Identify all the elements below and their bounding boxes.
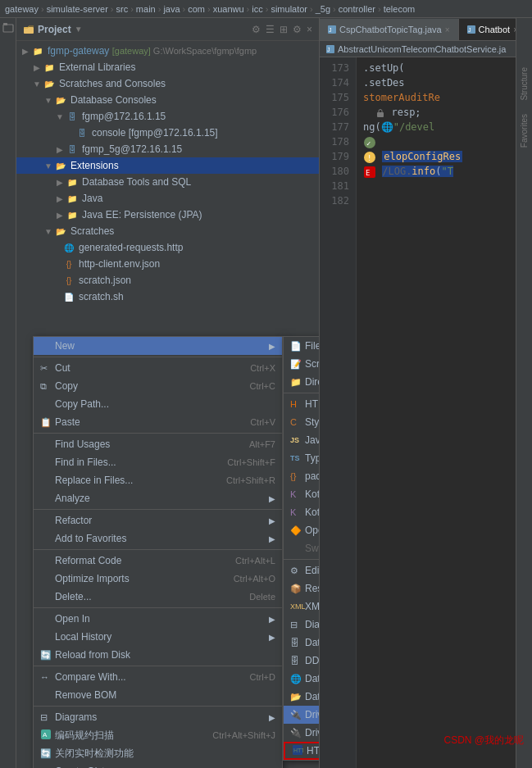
ctx-find-files[interactable]: Find in Files... Ctrl+Shift+F — [34, 453, 282, 471]
ctx-package-json-label: package.json File — [305, 470, 320, 482]
tab-chatbot[interactable]: J Chatbot × — [459, 19, 516, 40]
code-line: stomerAuditRe — [363, 90, 462, 105]
ctx-file[interactable]: 📄 File — [284, 337, 320, 355]
ctx-find-usages[interactable]: Find Usages Alt+F7 — [34, 435, 282, 453]
breadcrumb-item[interactable]: com — [188, 4, 205, 14]
tree-item-scratches[interactable]: ▼ 📂 Scratches and Consoles — [16, 75, 319, 92]
ctx-package-json[interactable]: {} package.json File — [284, 467, 320, 485]
tree-item-scratches-folder[interactable]: ▼ 📂 Scratches — [16, 223, 319, 239]
ctx-data-source[interactable]: 🗄 Data Source ▶ — [284, 634, 320, 652]
xml-icon: XML — [290, 602, 305, 611]
ctx-remove-bom[interactable]: Remove BOM — [34, 686, 282, 704]
ctx-copy[interactable]: ⧉ Copy Ctrl+C — [34, 377, 282, 395]
breadcrumb-item[interactable]: java — [163, 4, 180, 14]
ctx-optimize[interactable]: Optimize Imports Ctrl+Alt+O — [34, 570, 282, 588]
ctx-refactor[interactable]: Refactor ▶ — [34, 511, 282, 529]
ctx-optimize-label: Optimize Imports — [55, 573, 221, 584]
panel-action-settings[interactable]: ⚙ — [252, 24, 261, 35]
breadcrumb-item[interactable]: telecom — [384, 4, 416, 14]
tree-item-gen-requests[interactable]: 🌐 generated-requests.http — [16, 239, 319, 256]
tree-item-console[interactable]: 🗄 console [fgmp@172.16.1.15] — [16, 125, 319, 141]
ctx-kotlin-script[interactable]: K Kotlin Script — [284, 485, 320, 503]
abstract-file-path: AbstractUnicomTelecomChatbotService.ja — [338, 44, 506, 54]
panel-action-list[interactable]: ☰ — [266, 24, 275, 35]
ctx-kotlin-worksheet[interactable]: K Kotlin Worksheet — [284, 503, 320, 521]
http-request-icon: HTTP — [292, 744, 307, 757]
breadcrumb-item[interactable]: simulator — [271, 4, 307, 14]
ctx-open-in[interactable]: Open In ▶ — [34, 610, 282, 628]
ctx-reformat[interactable]: Reformat Code Ctrl+Alt+L — [34, 552, 282, 570]
ctx-openapi[interactable]: 🔶 OpenAPI Specification — [284, 521, 320, 539]
ctx-copy-path[interactable]: Copy Path... — [34, 395, 282, 413]
folder-icon: 📁 — [66, 175, 79, 189]
favorites-panel-label[interactable]: Favorites — [520, 114, 529, 148]
breadcrumb-item[interactable]: simulate-server — [47, 4, 108, 14]
ctx-diagram[interactable]: ⊟ Diagram ▶ — [284, 616, 320, 634]
ctx-diagrams[interactable]: ⊟ Diagrams ▶ — [34, 708, 282, 726]
tree-item-javaee[interactable]: ▶ 📁 Java EE: Persistence (JPA) — [16, 207, 319, 223]
breadcrumb-item[interactable]: xuanwu — [213, 4, 244, 14]
ctx-paste[interactable]: 📋 Paste Ctrl+V — [34, 413, 282, 431]
json-file-icon: {} — [62, 257, 75, 270]
breadcrumb-item[interactable]: main — [136, 4, 156, 14]
code-line: E /LOG.info("T — [363, 164, 462, 179]
tree-item-fgmp5g[interactable]: ▶ 🗄 fgmp_5g@172.16.1.15 — [16, 141, 319, 157]
ctx-realtime[interactable]: 🔄 关闭实时检测功能 — [34, 744, 282, 762]
ctx-ddl-source[interactable]: 🗄 DDL Data Source — [284, 652, 320, 670]
ctx-reload[interactable]: 🔄 Reload from Disk — [34, 646, 282, 664]
separator — [34, 666, 282, 666]
ctx-add-favorites[interactable]: Add to Favorites ▶ — [34, 529, 282, 548]
tree-item-extensions[interactable]: ▼ 📂 Extensions — [16, 157, 319, 174]
ctx-html-file[interactable]: H HTML File — [284, 395, 320, 413]
ctx-new[interactable]: New ▶ — [34, 337, 282, 355]
ctx-add-favorites-label: Add to Favorites — [55, 533, 269, 544]
ctx-scratch-file[interactable]: 📝 Scratch File Ctrl+Alt+Shift+Insert — [284, 355, 320, 373]
breadcrumb-item[interactable]: _5g — [316, 4, 330, 14]
project-icon[interactable] — [2, 21, 15, 34]
ctx-http-request[interactable]: HTTP HTTP Request — [284, 742, 320, 760]
tree-item-external-libs[interactable]: ▶ 📁 External Libraries — [16, 59, 319, 75]
tree-item-db-tools[interactable]: ▶ 📁 Database Tools and SQL — [16, 174, 319, 190]
panel-action-expand[interactable]: ⊞ — [280, 24, 288, 35]
code-line: ! elopConfigRes — [363, 149, 462, 164]
ctx-resource-bundle[interactable]: 📦 Resource Bundle — [284, 579, 320, 598]
ctx-driver[interactable]: 🔌 Driver — [284, 724, 320, 742]
ctx-directory[interactable]: 📁 Directory — [284, 373, 320, 391]
tab-close-icon[interactable]: × — [445, 25, 450, 34]
tab-csp-chatbot[interactable]: J CspChatbotTopicTag.java × — [320, 19, 459, 40]
panel-dropdown-arrow[interactable]: ▼ — [75, 25, 83, 34]
ctx-data-source-path[interactable]: 📂 Data Source from Path — [284, 688, 320, 706]
tree-item-db-consoles[interactable]: ▼ 📂 Database Consoles — [16, 92, 319, 108]
breadcrumb-item[interactable]: gateway — [5, 4, 39, 14]
ctx-editorconfig[interactable]: ⚙ EditorConfig File — [284, 561, 320, 579]
tab-close-icon[interactable]: × — [513, 25, 516, 34]
ctx-data-source-url[interactable]: 🌐 Data Source from URL — [284, 670, 320, 688]
breadcrumb-item[interactable]: src — [116, 4, 129, 14]
ctx-local-history[interactable]: Local History ▶ — [34, 628, 282, 646]
breadcrumb-item[interactable]: controller — [339, 4, 375, 14]
panel-action-close[interactable]: × — [307, 24, 312, 35]
ctx-replace-files[interactable]: Replace in Files... Ctrl+Shift+R — [34, 471, 282, 489]
ctx-ts-file[interactable]: TS TypeScript File — [284, 449, 320, 467]
ctx-analyze[interactable]: Analyze ▶ — [34, 489, 282, 507]
ctx-js-file-label: JavaScript File — [305, 434, 320, 446]
ctx-driver-data-source[interactable]: 🔌 Driver and Data Source — [284, 706, 320, 724]
tree-item-scratch-sh[interactable]: 📄 scratch.sh — [16, 289, 319, 305]
ctx-cut[interactable]: ✂ Cut Ctrl+X — [34, 359, 282, 377]
structure-panel-label[interactable]: Structure — [520, 67, 529, 101]
panel-action-gear[interactable]: ⚙ — [293, 24, 302, 35]
breadcrumb-item[interactable]: icc — [252, 4, 262, 14]
ctx-stylesheet[interactable]: C Stylesheet — [284, 413, 320, 431]
ctx-xml-config[interactable]: XML XML Configuration File ▶ — [284, 598, 320, 616]
tree-item-fgmp-server[interactable]: ▼ 🗄 fgmp@172.16.1.15 — [16, 108, 319, 125]
tree-item-http-client[interactable]: {} http-client.env.json — [16, 256, 319, 272]
ctx-code-review[interactable]: A 编码规约扫描 Ctrl+Alt+Shift+J — [34, 726, 282, 744]
tree-item-java[interactable]: ▶ 📁 Java — [16, 190, 319, 207]
ctx-js-file[interactable]: JS JavaScript File — [284, 431, 320, 449]
ctx-create-gist[interactable]: ⦾ Create Gist... — [34, 762, 282, 768]
ctx-compare[interactable]: ↔ Compare With... Ctrl+D — [34, 668, 282, 686]
diagrams-icon: ⊟ — [40, 712, 55, 723]
tree-item-fgmp-gateway[interactable]: ▶ 📁 fgmp-gateway [gateway] G:\WorkSpace\… — [16, 43, 319, 59]
tree-item-scratch-json[interactable]: {} scratch.json — [16, 272, 319, 289]
ctx-delete[interactable]: Delete... Delete — [34, 588, 282, 606]
